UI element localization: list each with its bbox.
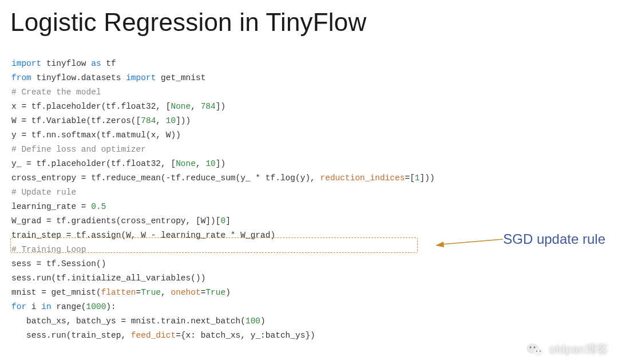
svg-point-7 [540,350,541,351]
kw-for: for [11,302,26,311]
watermark: oldpan博客 [526,342,609,357]
kw-in: in [41,302,51,311]
number-literal: 0.5 [91,202,106,211]
annotation-callout: SGD update rule [435,231,605,247]
svg-point-5 [534,346,536,348]
code-comment: # Define loss and optimizer [11,145,146,154]
import-name: get_mnist [161,73,205,82]
code-comment: # Training Loop [11,245,86,254]
kw-as: as [91,59,101,68]
code-line: learning_rate = 0.5 [11,202,106,211]
code-text: , [191,102,200,111]
kwarg-name: onehot [171,288,200,297]
code-line: batch_xs, batch_ys = mnist.train.next_ba… [11,316,266,326]
code-text: ])) [176,116,191,125]
kwarg-name: reduction_indices [320,173,405,183]
bool-literal: True [141,288,161,297]
code-text: learning_rate = [11,202,91,211]
alias-name: tf [106,59,116,68]
code-text: , [156,116,165,125]
code-line: y = tf.nn.softmax(tf.matmul(x, W)) [11,130,181,140]
code-text: y_ = tf.placeholder(tf.float32, [ [11,159,176,168]
module-name: tinyflow [46,59,86,68]
number-literal: 10 [166,116,176,125]
number-literal: 10 [205,159,215,168]
code-text: cross_entropy = tf.reduce_mean(-tf.reduc… [11,173,320,183]
code-line: cross_entropy = tf.reduce_mean(-tf.reduc… [11,173,435,183]
code-line: sess.run(tf.initialize_all_variables()) [11,274,205,283]
module-name: tinyflow.datasets [37,73,121,82]
code-block: import tinyflow as tf from tinyflow.data… [0,42,618,343]
svg-line-0 [441,239,503,244]
kwarg-name: flatten [101,288,136,297]
code-comment: # Update rule [11,188,76,197]
svg-point-6 [536,350,537,351]
code-text: ])) [420,173,435,183]
kw-from: from [11,73,31,82]
code-line: sess = tf.Session() [11,259,106,268]
kw-import: import [126,73,156,82]
code-text: ) [260,316,266,326]
number-literal: 1000 [86,302,106,311]
svg-point-4 [530,346,532,348]
code-text: W_grad = tf.gradients(cross_entropy, [W]… [11,216,220,225]
code-line: W_grad = tf.gradients(cross_entropy, [W]… [11,216,231,225]
wechat-icon [526,342,544,357]
code-text: ] [225,216,231,225]
var-name: i [31,302,37,311]
number-literal: 784 [141,116,156,125]
code-line: x = tf.placeholder(tf.float32, [None, 78… [11,102,225,111]
code-line: W = tf.Variable(tf.zeros([784, 10])) [11,116,191,125]
code-text: x = tf.placeholder(tf.float32, [ [11,102,171,111]
number-literal: 784 [201,102,216,111]
svg-marker-1 [435,242,444,247]
kwarg-name: feed_dict [131,331,176,340]
code-text: mnist = get_mnist( [11,288,101,297]
code-line: from tinyflow.datasets import get_mnist [11,73,205,82]
svg-point-3 [533,348,543,356]
code-text: batch_xs, batch_ys = mnist.train.next_ba… [11,316,245,326]
annotation-label: SGD update rule [503,231,605,247]
code-text: ={x: batch_xs, y_:batch_ys}) [176,331,315,340]
code-line: sess.run(train_step, feed_dict={x: batch… [11,331,315,340]
code-text: ]) [216,102,225,111]
code-text: sess.run(train_step, [11,331,131,340]
code-text: W = tf.Variable(tf.zeros([ [11,116,141,125]
code-line: y_ = tf.placeholder(tf.float32, [None, 1… [11,159,225,168]
code-line: for i in range(1000): [11,302,116,311]
code-text: , [196,159,205,168]
number-literal: 0 [220,216,225,225]
code-line-highlighted: train_step = tf.assign(W, W - learning_r… [11,231,275,240]
code-text: ]) [216,159,225,168]
kw-import: import [11,59,41,68]
code-line: mnist = get_mnist(flatten=True, onehot=T… [11,288,231,297]
number-literal: 100 [245,316,260,326]
const-none: None [171,102,191,111]
slide-title: Logistic Regression in TinyFlow [0,0,618,42]
code-text: range( [56,302,86,311]
watermark-text: oldpan博客 [549,342,609,357]
code-text: =[ [405,173,414,183]
const-none: None [176,159,196,168]
arrow-icon [435,231,503,247]
bool-literal: True [205,288,225,297]
code-text: ) [225,288,231,297]
number-literal: 1 [415,173,420,183]
code-text: = [136,288,141,297]
code-text: ): [106,302,116,311]
code-comment: # Create the model [11,88,101,97]
code-line: import tinyflow as tf [11,59,116,68]
code-text: , [161,288,171,297]
